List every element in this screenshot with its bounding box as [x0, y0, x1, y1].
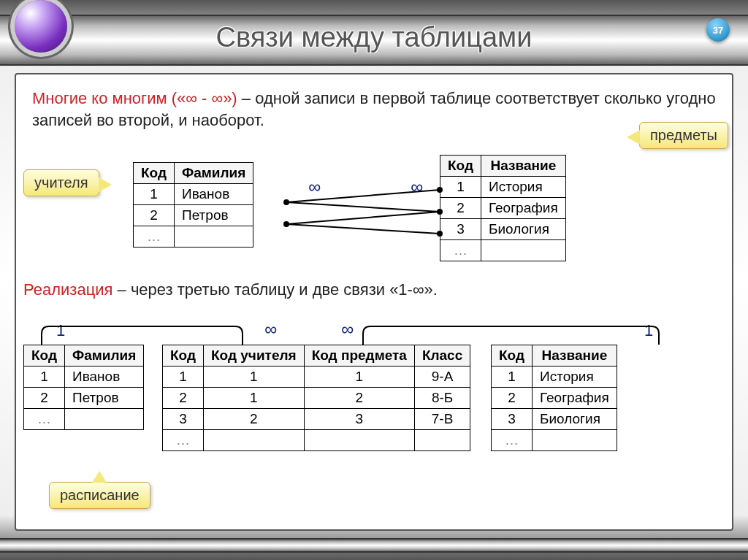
th: Код	[492, 345, 533, 367]
table-row: …	[492, 430, 617, 451]
th: Фамилия	[65, 345, 144, 367]
infinity-left: ∞	[308, 177, 321, 197]
th: Код	[440, 156, 481, 177]
table-row: 1История	[440, 177, 566, 198]
table-row: 2География	[492, 388, 617, 409]
svg-point-1	[283, 221, 289, 227]
table-row: …	[163, 430, 470, 451]
table-subjects-bottom: Код Название 1История 2География 3Биолог…	[491, 345, 617, 451]
one-right: 1	[644, 321, 653, 340]
realization-paragraph: Реализация – через третью таблицу и две …	[23, 279, 438, 301]
svg-point-0	[283, 199, 289, 205]
th: Код	[24, 345, 65, 367]
table-row: 1119-А	[163, 367, 470, 388]
table-row: …	[134, 226, 253, 248]
th: Код предмета	[304, 345, 414, 367]
table-row: …	[24, 409, 144, 430]
table-row: 3Биология	[492, 409, 617, 430]
realization-rest: – через третью таблицу и две связи «1-∞»…	[112, 280, 438, 299]
page-number-badge: 37	[706, 18, 730, 42]
infinity-b1: ∞	[264, 319, 277, 340]
slide-title: Связи между таблицами	[0, 22, 748, 53]
svg-line-8	[286, 224, 440, 234]
slide-content: Многие ко многим («∞ - ∞») – одной запис…	[15, 73, 733, 531]
callout-subjects: предметы	[639, 122, 728, 149]
table-row: …	[440, 240, 566, 261]
infinity-right: ∞	[411, 177, 423, 197]
th: Код	[134, 163, 175, 184]
table-row: 1Иванов	[24, 367, 144, 388]
one-left: 1	[56, 321, 65, 340]
table-row: 2Петров	[134, 205, 253, 226]
infinity-b2: ∞	[341, 319, 354, 340]
table-schedule: Код Код учителя Код предмета Класс 1119-…	[162, 345, 470, 451]
table-row: 3237-В	[163, 409, 470, 430]
table-teachers-bottom: Код Фамилия 1Иванов 2Петров …	[23, 345, 144, 430]
th: Класс	[414, 345, 470, 367]
th: Фамилия	[175, 163, 253, 184]
intro-paragraph: Многие ко многим («∞ - ∞») – одной запис…	[32, 88, 716, 131]
callout-schedule: расписание	[49, 482, 150, 509]
th: Код	[163, 345, 204, 367]
table-row: 1История	[492, 367, 617, 388]
table-subjects: Код Название 1История 2География 3Биолог…	[440, 155, 566, 261]
realization-prefix: Реализация	[23, 280, 112, 299]
table-row: 2География	[440, 198, 566, 219]
intro-prefix: Многие ко многим («∞ - ∞»)	[32, 89, 237, 107]
table-row: 2Петров	[24, 388, 144, 409]
callout-teachers: учителя	[23, 169, 99, 196]
th: Название	[533, 345, 617, 367]
table-teachers: Код Фамилия 1Иванов 2Петров …	[133, 162, 253, 248]
slide-orb	[15, 0, 67, 53]
table-row: 3Биология	[440, 219, 566, 240]
table-row: 2128-Б	[163, 388, 470, 409]
th: Код учителя	[204, 345, 305, 367]
table-row: 1Иванов	[134, 184, 253, 205]
svg-line-7	[286, 212, 440, 224]
th: Название	[481, 156, 566, 177]
relationship-lines-bottom	[16, 74, 732, 527]
svg-line-6	[286, 202, 440, 212]
relationship-lines-top	[16, 74, 732, 527]
